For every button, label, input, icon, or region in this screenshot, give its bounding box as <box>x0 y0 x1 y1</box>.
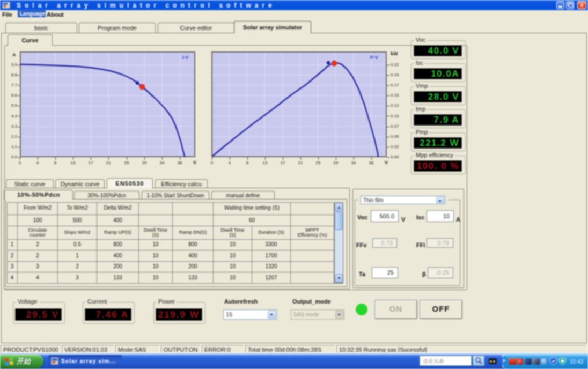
svg-text:P-V: P-V <box>370 55 378 60</box>
svg-text:I-V: I-V <box>182 55 189 60</box>
